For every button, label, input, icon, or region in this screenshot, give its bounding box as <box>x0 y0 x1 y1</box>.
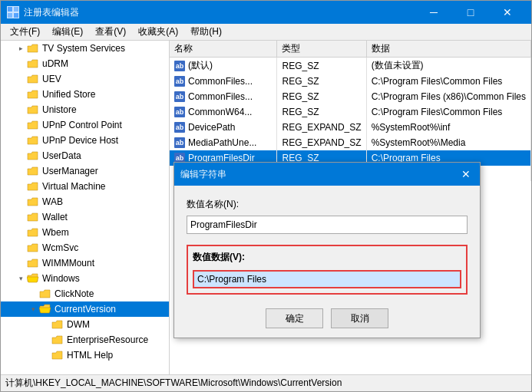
tree-item[interactable]: UserManager <box>1 163 169 179</box>
reg-type-cell: REG_SZ <box>277 104 366 120</box>
tree-expand-arrow[interactable] <box>16 228 25 237</box>
tree-expand-arrow[interactable] <box>16 136 25 145</box>
tree-item[interactable]: Unistore <box>1 102 169 117</box>
tree-item-label: Unistore <box>42 104 77 115</box>
name-input[interactable] <box>187 216 468 234</box>
tree-expand-arrow[interactable] <box>16 59 25 68</box>
dialog-close-button[interactable]: ✕ <box>458 166 474 182</box>
svg-rect-3 <box>14 13 18 18</box>
table-row[interactable]: abCommonFiles...REG_SZC:\Program Files\C… <box>170 74 531 89</box>
tree-item[interactable]: WcmSvc <box>1 240 169 255</box>
tree-expand-arrow[interactable] <box>41 320 50 329</box>
tree-expand-arrow[interactable] <box>16 243 25 252</box>
reg-name-cell: abCommonW64... <box>170 104 277 120</box>
window-title: 注册表编辑器 <box>24 6 416 19</box>
tree-item[interactable]: UPnP Control Point <box>1 117 169 133</box>
reg-name-cell: abCommonFiles... <box>170 89 277 104</box>
cancel-button[interactable]: 取消 <box>331 308 388 328</box>
tree-item[interactable]: uDRM <box>1 56 169 71</box>
folder-icon <box>39 288 51 299</box>
folder-icon <box>27 181 39 192</box>
folder-icon <box>27 89 39 100</box>
tree-expand-arrow[interactable] <box>16 151 25 160</box>
col-type: 类型 <box>277 41 366 58</box>
tree-expand-arrow[interactable] <box>28 289 38 298</box>
tree-item[interactable]: Unified Store <box>1 87 169 102</box>
tree-item[interactable]: Wbem <box>1 225 169 240</box>
menu-help[interactable]: 帮助(H) <box>184 24 228 40</box>
tree-expand-arrow[interactable] <box>16 105 25 114</box>
folder-icon <box>27 135 39 146</box>
menu-file[interactable]: 文件(F) <box>4 24 46 40</box>
reg-type-cell: REG_EXPAND_SZ <box>277 120 366 135</box>
folder-icon <box>27 58 39 69</box>
tree-item[interactable]: EnterpriseResource <box>1 332 169 348</box>
folder-icon <box>27 227 39 238</box>
title-bar: 注册表编辑器 ─ □ ✕ <box>1 1 531 24</box>
menu-view[interactable]: 查看(V) <box>89 24 132 40</box>
tree-item-label: WAB <box>42 196 63 207</box>
menu-favorites[interactable]: 收藏夹(A) <box>132 24 184 40</box>
name-label: 数值名称(N): <box>187 198 468 211</box>
tree-item[interactable]: ▾CurrentVersion <box>1 301 169 317</box>
reg-name-cell: ab(默认) <box>170 58 277 74</box>
tree-item-label: EnterpriseResource <box>67 334 148 345</box>
dialog-title-text: 编辑字符串 <box>180 168 458 181</box>
tree-item[interactable]: UserData <box>1 148 169 163</box>
confirm-button[interactable]: 确定 <box>266 308 323 328</box>
tree-item[interactable]: WIMMMount <box>1 255 169 271</box>
type-icon: ab <box>174 122 185 133</box>
tree-item[interactable]: HTML Help <box>1 348 169 363</box>
tree-expand-arrow[interactable] <box>16 74 25 84</box>
tree-expand-arrow[interactable] <box>16 212 25 222</box>
registry-tree[interactable]: ▸TV System ServicesuDRMUEVUnified StoreU… <box>1 41 170 374</box>
folder-icon <box>27 196 39 207</box>
tree-item-label: WIMMMount <box>42 258 94 268</box>
tree-item[interactable]: UPnP Device Host <box>1 133 169 148</box>
type-icon: ab <box>174 61 185 71</box>
folder-icon <box>51 334 64 345</box>
folder-icon <box>51 350 64 361</box>
app-icon <box>7 6 19 18</box>
tree-expand-arrow[interactable]: ▸ <box>16 44 25 53</box>
tree-item[interactable]: ▸TV System Services <box>1 41 169 56</box>
table-row[interactable]: abCommonW64...REG_SZC:\Program Files\Com… <box>170 104 531 120</box>
tree-expand-arrow[interactable]: ▾ <box>28 305 38 314</box>
tree-item[interactable]: WAB <box>1 194 169 209</box>
tree-expand-arrow[interactable] <box>16 166 25 176</box>
table-row[interactable]: abDevicePathREG_EXPAND_SZ%SystemRoot%\in… <box>170 120 531 135</box>
tree-item[interactable]: UEV <box>1 71 169 87</box>
tree-item[interactable]: DWM <box>1 317 169 332</box>
tree-expand-arrow[interactable]: ▾ <box>16 274 25 283</box>
tree-expand-arrow[interactable] <box>41 351 50 360</box>
registry-editor-window: 注册表编辑器 ─ □ ✕ 文件(F) 编辑(E) 查看(V) 收藏夹(A) 帮助… <box>0 0 532 392</box>
menu-edit[interactable]: 编辑(E) <box>46 24 89 40</box>
tree-expand-arrow[interactable] <box>16 259 25 268</box>
tree-item-label: DWM <box>67 319 90 330</box>
tree-item-label: Virtual Machine <box>42 181 106 192</box>
value-input[interactable] <box>193 270 461 288</box>
close-button[interactable]: ✕ <box>490 1 525 24</box>
tree-expand-arrow[interactable] <box>16 197 25 206</box>
reg-data-cell: %SystemRoot%\Media <box>366 135 530 150</box>
tree-item[interactable]: ▾Windows <box>1 271 169 286</box>
tree-expand-arrow[interactable] <box>41 335 50 344</box>
tree-expand-arrow[interactable] <box>16 182 25 191</box>
value-section: 数值数据(V): <box>187 245 468 295</box>
tree-item[interactable]: ClickNote <box>1 286 169 301</box>
tree-item[interactable]: Wallet <box>1 209 169 225</box>
tree-expand-arrow[interactable] <box>16 90 25 99</box>
dialog-body: 数值名称(N): 数值数据(V): 确定 取消 <box>174 186 480 338</box>
table-row[interactable]: abMediaPathUne...REG_EXPAND_SZ%SystemRoo… <box>170 135 531 150</box>
tree-item-label: UserData <box>42 150 81 161</box>
maximize-button[interactable]: □ <box>453 1 488 24</box>
folder-icon <box>39 304 51 315</box>
folder-icon <box>27 120 39 130</box>
table-row[interactable]: ab(默认)REG_SZ(数值未设置) <box>170 58 531 74</box>
folder-icon <box>27 43 39 54</box>
table-row[interactable]: abCommonFiles...REG_SZC:\Program Files (… <box>170 89 531 104</box>
type-icon: ab <box>174 76 185 87</box>
tree-item[interactable]: Virtual Machine <box>1 179 169 194</box>
minimize-button[interactable]: ─ <box>416 1 451 24</box>
tree-expand-arrow[interactable] <box>16 120 25 130</box>
